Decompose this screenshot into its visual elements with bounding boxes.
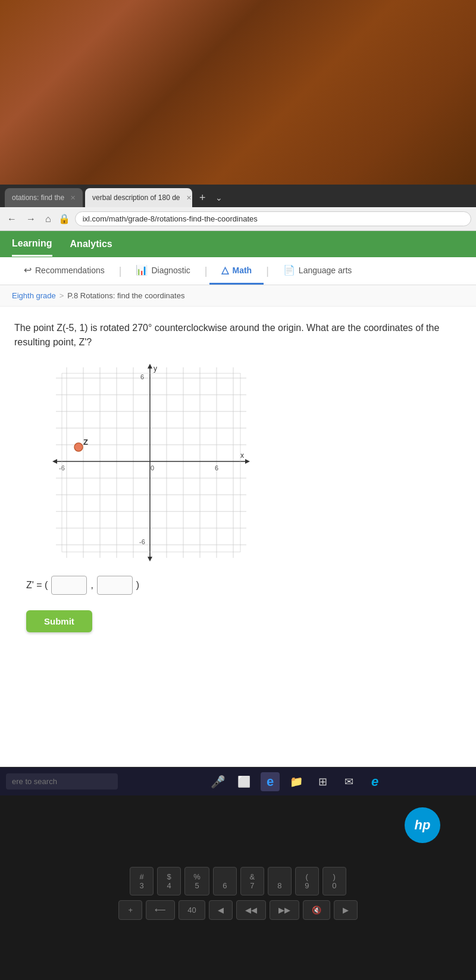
mail-icon[interactable]: ✉ [339,772,358,791]
tab-bar: otations: find the ✕ verbal description … [0,185,476,207]
math-icon: △ [221,264,228,276]
answer-row: Z' = ( , ) [26,576,450,595]
bottom-dark-area: hp #3 $4 %5 6 &7 8 (9 )0 + ⟵ 40 ◀ ◀◀ ▶▶ … [0,795,476,980]
browser-tab-2[interactable]: verbal description of 180 de ✕ [85,188,192,207]
question-text: The point Z(-5, 1) is rotated 270° count… [14,321,462,349]
recommendations-label: Recommendations [35,266,105,275]
key-play[interactable]: ▶ [334,900,358,920]
tab2-close[interactable]: ✕ [186,194,192,202]
key-hash-3[interactable]: #3 [130,867,154,895]
tab2-label: verbal description of 180 de [92,193,180,202]
address-input[interactable] [75,211,471,226]
diagnostic-icon: 📊 [136,264,148,276]
answer-input-x[interactable] [51,576,87,595]
tab-separator-2: | [202,265,210,277]
svg-text:6: 6 [140,373,144,380]
header-analytics-link[interactable]: Analytics [70,233,112,255]
breadcrumb-separator: > [60,291,64,300]
ixl-header: Learning Analytics [0,231,476,257]
taskbar-search-input[interactable] [6,773,118,789]
svg-text:x: x [240,451,244,460]
taskbar: 🎤 ⬜ e 📁 ⊞ ✉ e [0,767,476,795]
key-rewind[interactable]: ◀◀ [236,900,266,920]
svg-marker-22 [245,459,250,464]
header-learning-link[interactable]: Learning [12,232,52,257]
tab-math[interactable]: △ Math [209,257,264,285]
svg-text:y: y [154,364,157,373]
nav-tabs-bar: ↩ Recommendations | 📊 Diagnostic | △ Mat… [0,257,476,285]
windows-icon[interactable]: ⊞ [313,772,332,791]
key-plus[interactable]: + [118,900,142,920]
svg-marker-24 [148,364,152,369]
recommendations-icon: ↩ [24,264,32,276]
taskbar-icons: 🎤 ⬜ e 📁 ⊞ ✉ e [123,772,470,791]
key-prev[interactable]: ◀ [209,900,233,920]
svg-text:-6: -6 [139,538,145,545]
keyboard-row-1: #3 $4 %5 6 &7 8 (9 )0 [6,867,470,895]
edge-browser-icon[interactable]: e [261,772,280,791]
tab1-label: otations: find the [12,193,64,202]
grid-container: x y -6 6 0 6 -6 Z [50,361,462,564]
svg-text:Z: Z [83,438,88,447]
breadcrumb-grade[interactable]: Eighth grade [12,291,56,300]
tab-separator-1: | [117,265,124,277]
svg-text:0: 0 [151,464,154,472]
tab-separator-3: | [264,265,271,277]
key-percent-5[interactable]: %5 [184,867,209,895]
browser-tab-1[interactable]: otations: find the ✕ [5,188,83,207]
answer-comma: , [90,580,93,591]
key-paren-9[interactable]: (9 [295,867,319,895]
key-rparen-0[interactable]: )0 [322,867,346,895]
key-8[interactable]: 8 [268,867,292,895]
key-fastforward[interactable]: ▶▶ [270,900,299,920]
answer-suffix: ) [136,580,139,591]
svg-text:6: 6 [215,464,218,472]
tab1-close[interactable]: ✕ [70,194,76,202]
edge2-icon[interactable]: e [365,772,384,791]
svg-marker-23 [52,459,57,464]
question-area: The point Z(-5, 1) is rotated 270° count… [0,307,476,650]
nav-back-button[interactable]: ← [5,213,19,226]
key-mute[interactable]: 🔇 [303,900,330,920]
point-z [74,443,83,451]
diagnostic-label: Diagnostic [151,266,190,275]
key-6[interactable]: 6 [213,867,237,895]
task-view-icon[interactable]: ⬜ [234,772,253,791]
coordinate-grid: x y -6 6 0 6 -6 Z [50,361,252,564]
tab-recommendations[interactable]: ↩ Recommendations [12,257,117,285]
file-explorer-icon[interactable]: 📁 [287,772,306,791]
tab-dropdown[interactable]: ⌄ [215,193,223,202]
math-label: Math [232,266,252,275]
submit-button[interactable]: Submit [26,610,92,632]
svg-rect-33 [62,373,240,552]
key-amp-7[interactable]: &7 [240,867,264,895]
address-bar: ← → ⌂ 🔒 [0,207,476,231]
answer-prefix: Z' = ( [26,580,48,591]
breadcrumb-lesson: P.8 Rotations: find the coordinates [67,291,184,300]
microphone-icon[interactable]: 🎤 [208,772,227,791]
lock-icon: 🔒 [58,213,70,224]
breadcrumb: Eighth grade > P.8 Rotations: find the c… [0,285,476,307]
key-dollar-4[interactable]: $4 [157,867,181,895]
language-arts-label: Language arts [299,266,352,275]
desktop-background [0,0,476,185]
nav-forward-button[interactable]: → [24,213,38,226]
nav-home-button[interactable]: ⌂ [43,213,54,226]
answer-input-y[interactable] [97,576,133,595]
key-40[interactable]: 40 [178,900,205,920]
hp-logo: hp [405,807,440,843]
keyboard-row-2: + ⟵ 40 ◀ ◀◀ ▶▶ 🔇 ▶ [6,900,470,920]
keyboard-area: #3 $4 %5 6 &7 8 (9 )0 + ⟵ 40 ◀ ◀◀ ▶▶ 🔇 ▶ [0,843,476,926]
ixl-page: Learning Analytics ↩ Recommendations | 📊… [0,231,476,767]
tab-language-arts[interactable]: 📄 Language arts [271,257,364,285]
tab-diagnostic[interactable]: 📊 Diagnostic [124,257,202,285]
key-backspace[interactable]: ⟵ [146,900,175,920]
browser-chrome: otations: find the ✕ verbal description … [0,185,476,231]
tab-add-button[interactable]: + [195,191,211,205]
grid-svg: x y -6 6 0 6 -6 Z [50,361,252,564]
svg-marker-25 [148,557,152,561]
language-arts-icon: 📄 [283,264,295,276]
